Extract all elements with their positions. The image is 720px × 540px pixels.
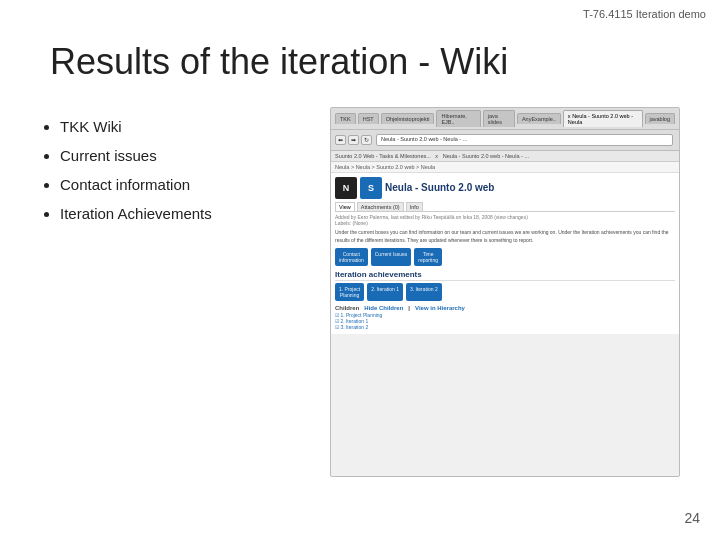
wiki-children-title: Children Hide Children | View in Hierarc…: [335, 305, 675, 311]
list-item-contact: Contact information: [60, 171, 300, 198]
browser-tab-suunto: x Neula - Suunto 2.0 web - Neula: [563, 110, 643, 127]
wiki-logo-s: S: [360, 177, 382, 199]
wiki-breadcrumb: Neula > Neula > Suunto 2.0 web > Neula: [331, 162, 679, 173]
wiki-screenshot: TKK HST Ohjelmistoprojekti Hibernate, EJ…: [330, 107, 680, 477]
wiki-nav-bar: Suunto 2.0 Web - Tasks & Milestones... x…: [331, 151, 679, 162]
slide-label: T-76.4115 Iteration demo: [583, 8, 706, 20]
wiki-iter-btn-1: 1. ProjectPlanning: [335, 283, 364, 301]
wiki-view-hierarchy: View in Hierarchy: [415, 305, 465, 311]
browser-tab-javablog: javablog: [645, 113, 676, 124]
wiki-content: N S Neula - Suunto 2.0 web View Attachme…: [335, 177, 675, 330]
wiki-child-3: ☑ 3. Iteration 2: [335, 324, 675, 330]
wiki-logo-n: N: [335, 177, 357, 199]
address-bar: Neula - Suunto 2.0 web - Neula - ...: [376, 134, 673, 146]
browser-tab-java: java slides: [483, 110, 515, 127]
wiki-section-iterations: Iteration achievements: [335, 270, 675, 281]
wiki-tab-info: Info: [406, 202, 423, 211]
list-item-tkk: TKK Wiki: [60, 113, 300, 140]
wiki-body-text: Under the current boxes you can find inf…: [335, 229, 675, 244]
wiki-logo-area: N S Neula - Suunto 2.0 web: [335, 177, 675, 199]
browser-bar: TKK HST Ohjelmistoprojekti Hibernate, EJ…: [331, 108, 679, 130]
wiki-children: Children Hide Children | View in Hierarc…: [335, 305, 675, 330]
wiki-tabs-row: View Attachments (0) Info: [335, 202, 675, 212]
wiki-btn-contact: Contactinformation: [335, 248, 368, 266]
wiki-btn-time: Timereporting: [414, 248, 442, 266]
list-item-current-issues: Current issues: [60, 142, 300, 169]
wiki-hide-children: Hide Children: [364, 305, 403, 311]
browser-tab-hst: HST: [358, 113, 379, 124]
suunto-nav: Suunto 2.0 Web - Tasks & Milestones... x…: [335, 153, 529, 159]
browser-tab-tkk: TKK: [335, 113, 356, 124]
wiki-page-title: Neula - Suunto 2.0 web: [385, 182, 494, 193]
wiki-main: N S Neula - Suunto 2.0 web View Attachme…: [331, 173, 679, 334]
wiki-meta: Added by Eero Palerma, last edited by Ri…: [335, 214, 675, 226]
browser-tab-ohj: Ohjelmistoprojekti: [381, 113, 435, 124]
bullet-list: TKK Wiki Current issues Contact informat…: [40, 103, 300, 477]
list-item-iteration: Iteration Achievements: [60, 200, 300, 227]
wiki-tab-attachments: Attachments (0): [357, 202, 404, 211]
wiki-buttons-row: Contactinformation Current Issues Timere…: [335, 248, 675, 266]
browser-tab-any: AnyExample..: [517, 113, 561, 124]
wiki-iteration-row: 1. ProjectPlanning 2. Iteration 1 3. Ite…: [335, 283, 675, 301]
wiki-iter-btn-2: 2. Iteration 1: [367, 283, 403, 301]
wiki-iter-btn-3: 3. Iteration 2: [406, 283, 442, 301]
page-number: 24: [684, 510, 700, 526]
browser-tab-hib: Hibernate, EJB..: [436, 110, 480, 127]
content-area: TKK Wiki Current issues Contact informat…: [0, 103, 720, 477]
wiki-btn-current: Current Issues: [371, 248, 412, 266]
address-bar-row: ⬅ ➡ ↻ Neula - Suunto 2.0 web - Neula - .…: [331, 130, 679, 151]
wiki-tab-view: View: [335, 202, 355, 211]
